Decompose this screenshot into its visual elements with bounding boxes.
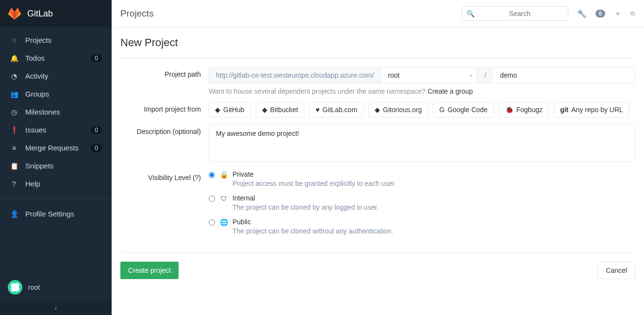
admin-wrench-button[interactable]: 🔧 bbox=[577, 9, 587, 18]
divider bbox=[0, 199, 112, 199]
private-visibility-icon: 🔒 bbox=[220, 171, 228, 179]
wrench-icon: 🔧 bbox=[577, 9, 587, 18]
github-icon: ◆ bbox=[215, 106, 220, 114]
import-heart-button[interactable]: ♥GitLab.com bbox=[309, 102, 363, 117]
sidebar: GitLab ◾ Projects 🔔 Todos 0 ◔ Activity bbox=[0, 0, 112, 315]
import-button-label: Fogbugz bbox=[516, 106, 543, 114]
import-google-button[interactable]: GGoogle Code bbox=[433, 102, 494, 117]
sidebar-collapse-button[interactable]: ‹ bbox=[0, 301, 112, 315]
row-description: Description (optional) bbox=[120, 124, 635, 164]
row-project-path: Project path http://gitlab-ce-test.weste… bbox=[120, 67, 635, 95]
import-github-button[interactable]: ◆GitHub bbox=[209, 102, 251, 117]
todos-count-button[interactable]: 0 bbox=[595, 10, 605, 17]
page-context-title: Projects bbox=[120, 8, 462, 19]
sidebar-item-merge-requests[interactable]: ≡ Merge Requests 0 bbox=[0, 139, 112, 157]
clipboard-icon: 📋 bbox=[10, 162, 18, 170]
gitorious-icon: ◆ bbox=[375, 106, 380, 114]
bell-icon: 🔔 bbox=[10, 54, 18, 62]
todos-badge: 0 bbox=[91, 54, 102, 62]
search-wrap: 🔍 bbox=[462, 6, 568, 21]
sidebar-item-todos[interactable]: 🔔 Todos 0 bbox=[0, 49, 112, 67]
internal-visibility-icon: 🛡 bbox=[220, 195, 228, 202]
todos-count-badge: 0 bbox=[595, 10, 605, 17]
heart-icon: ♥ bbox=[315, 106, 319, 114]
list-icon: ≡ bbox=[10, 144, 18, 152]
namespace-select[interactable]: root bbox=[380, 67, 478, 83]
sidebar-item-projects[interactable]: ◾ Projects bbox=[0, 31, 112, 49]
new-button[interactable]: ＋ bbox=[614, 9, 622, 19]
bug-icon: 🐞 bbox=[505, 106, 513, 114]
namespace-selected: root bbox=[388, 71, 399, 79]
bookmark-icon: ◾ bbox=[10, 36, 18, 44]
username: root bbox=[28, 283, 40, 291]
sidebar-item-label: Merge Requests bbox=[25, 144, 84, 152]
sidebar-user[interactable]: root bbox=[0, 273, 112, 301]
project-name-input[interactable] bbox=[493, 67, 635, 83]
sidebar-item-milestones[interactable]: ◷ Milestones bbox=[0, 103, 112, 121]
import-button-label: GitLab.com bbox=[322, 106, 357, 114]
visibility-radio-internal[interactable] bbox=[209, 196, 215, 202]
page-title: New Project bbox=[120, 36, 635, 49]
sidebar-item-label: Activity bbox=[25, 72, 102, 80]
main: Projects 🔍 🔧 0 ＋ ⎋ New Project P bbox=[112, 0, 644, 315]
import-bug-button[interactable]: 🐞Fogbugz bbox=[499, 102, 549, 117]
sidebar-item-activity[interactable]: ◔ Activity bbox=[0, 67, 112, 85]
brand[interactable]: GitLab bbox=[0, 0, 112, 27]
import-bitbucket-button[interactable]: ◆Bitbucket bbox=[256, 102, 305, 117]
namespace-hint: Want to house several dependent projects… bbox=[209, 87, 635, 95]
sidebar-item-help[interactable]: ? Help bbox=[0, 175, 112, 193]
git-icon: git bbox=[560, 106, 568, 114]
cancel-button[interactable]: Cancel bbox=[597, 262, 635, 279]
sidebar-item-label: Projects bbox=[25, 36, 102, 44]
import-button-label: Gitorious.org bbox=[383, 106, 422, 114]
sidebar-item-label: Groups bbox=[25, 90, 102, 98]
visibility-option-private: 🔒PrivateProject access must be granted e… bbox=[209, 170, 635, 187]
sidebar-nav: ◾ Projects 🔔 Todos 0 ◔ Activity 👥 Groups bbox=[0, 27, 112, 273]
import-buttons: ◆GitHub◆Bitbucket♥GitLab.com◆Gitorious.o… bbox=[209, 102, 635, 117]
import-button-label: Google Code bbox=[447, 106, 488, 114]
visibility-radio-public[interactable] bbox=[209, 219, 215, 226]
label-description: Description (optional) bbox=[120, 124, 209, 164]
import-gitorious-button[interactable]: ◆Gitorious.org bbox=[368, 102, 428, 117]
sign-out-icon: ⎋ bbox=[630, 9, 635, 18]
users-icon: 👥 bbox=[10, 90, 18, 98]
project-path-input-group: http://gitlab-ce-test.westeurope.cloudap… bbox=[209, 67, 635, 83]
sidebar-item-label: Issues bbox=[25, 126, 84, 134]
clock-icon: ◷ bbox=[10, 108, 18, 116]
content: New Project Project path http://gitlab-c… bbox=[112, 28, 644, 288]
visibility-title: Private bbox=[232, 170, 396, 178]
import-button-label: GitHub bbox=[223, 106, 245, 114]
import-git-button[interactable]: gitAny repo by URL bbox=[554, 102, 629, 117]
issues-badge: 0 bbox=[91, 126, 102, 134]
search-icon: 🔍 bbox=[466, 10, 475, 17]
import-button-label: Bitbucket bbox=[270, 106, 298, 114]
create-group-link[interactable]: Create a group bbox=[428, 87, 473, 95]
visibility-desc: The project can be cloned by any logged … bbox=[232, 203, 379, 211]
label-import: Import project from bbox=[120, 102, 209, 117]
label-visibility: Visibility Level (?) bbox=[120, 170, 209, 242]
base-url-addon: http://gitlab-ce-test.westeurope.cloudap… bbox=[209, 67, 380, 83]
sidebar-item-groups[interactable]: 👥 Groups bbox=[0, 85, 112, 103]
sidebar-item-profile-settings[interactable]: 👤 Profile Settings bbox=[0, 205, 112, 223]
chevron-left-icon: ‹ bbox=[55, 305, 57, 311]
avatar bbox=[8, 280, 22, 295]
visibility-desc: The project can be cloned without any au… bbox=[232, 227, 393, 235]
sidebar-item-label: Help bbox=[25, 180, 102, 188]
description-textarea[interactable] bbox=[209, 124, 635, 162]
divider bbox=[120, 58, 635, 58]
sidebar-item-label: Profile Settings bbox=[25, 210, 102, 218]
form-footer: Create project Cancel bbox=[120, 252, 635, 279]
sidebar-item-snippets[interactable]: 📋 Snippets bbox=[0, 157, 112, 175]
visibility-radio-private[interactable] bbox=[209, 172, 215, 178]
sidebar-item-issues[interactable]: ❗ Issues 0 bbox=[0, 121, 112, 139]
topbar: Projects 🔍 🔧 0 ＋ ⎋ bbox=[112, 0, 644, 28]
sidebar-item-label: Todos bbox=[25, 54, 84, 62]
label-project-path: Project path bbox=[120, 67, 209, 95]
sign-out-button[interactable]: ⎋ bbox=[630, 9, 635, 18]
search-input[interactable] bbox=[462, 6, 568, 21]
create-project-button[interactable]: Create project bbox=[120, 262, 179, 279]
mr-badge: 0 bbox=[91, 144, 102, 152]
visibility-desc: Project access must be granted explicitl… bbox=[232, 180, 396, 187]
google-icon: G bbox=[439, 106, 445, 114]
gitlab-logo-icon bbox=[8, 7, 21, 20]
